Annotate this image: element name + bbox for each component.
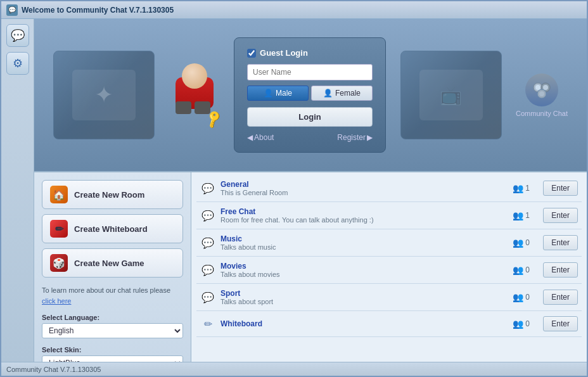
room-description: This is General Room xyxy=(220,189,508,196)
create-game-icon: 🎲 xyxy=(50,254,68,272)
login-panel: ✦ 🔑 Guest Login xyxy=(34,19,587,171)
male-button[interactable]: 👤 Male xyxy=(247,86,309,101)
room-info: Sport Talks about sport xyxy=(220,289,508,305)
room-name: Movies xyxy=(220,262,508,271)
register-link[interactable]: Register ▶ xyxy=(337,133,373,142)
guest-login-row: Guest Login xyxy=(247,48,373,58)
main-area: 💬 ⚙ ✦ 🔑 xyxy=(1,19,587,362)
room-name: General xyxy=(220,180,508,189)
left-panel: 🏠 Create New Room ✏ Create Whiteboard 🎲 … xyxy=(34,172,191,362)
avatar-pants-left xyxy=(176,101,191,114)
room-info: Movies Talks about movies xyxy=(220,262,508,278)
room-name: Sport xyxy=(220,289,508,298)
user-count: 1 xyxy=(525,184,530,193)
room-users: 👥 0 xyxy=(513,319,538,329)
room-item: ✏ Whiteboard 👥 0 Enter xyxy=(196,311,582,337)
rules-link[interactable]: click here xyxy=(42,297,71,305)
room-users: 👥 0 xyxy=(513,265,538,275)
about-link[interactable]: ◀ About xyxy=(247,133,274,142)
room-info: Free Chat Room for free chat. You can ta… xyxy=(220,207,508,224)
enter-button[interactable]: Enter xyxy=(543,290,578,305)
female-icon: 👤 xyxy=(323,89,333,98)
chat-icon: 💬 xyxy=(11,29,25,42)
login-button[interactable]: Login xyxy=(247,107,373,127)
users-icon: 👥 xyxy=(513,183,523,193)
enter-button[interactable]: Enter xyxy=(543,262,578,278)
room-description: Talks about movies xyxy=(220,271,508,278)
community-label: Community Chat xyxy=(516,110,568,117)
room-name: Free Chat xyxy=(220,207,508,216)
room-name: Whiteboard xyxy=(220,319,508,328)
left-bg-panel: ✦ xyxy=(53,51,155,139)
status-bar: Community Chat V.7.1.130305 xyxy=(1,362,587,376)
content-area: ✦ 🔑 Guest Login xyxy=(34,19,587,362)
room-icon: 💬 xyxy=(200,208,215,223)
user-count: 0 xyxy=(525,265,530,274)
room-users: 👥 1 xyxy=(513,183,538,193)
logo-icon xyxy=(525,73,558,106)
room-list: 💬 General This is General Room 👥 1 Enter… xyxy=(191,172,587,362)
avatar: 🔑 xyxy=(169,63,220,127)
user-count: 0 xyxy=(525,238,530,247)
room-users: 👥 1 xyxy=(513,210,538,220)
svg-point-4 xyxy=(543,85,548,90)
language-label: Select Language: xyxy=(42,314,183,321)
svg-point-5 xyxy=(539,91,544,96)
users-icon: 👥 xyxy=(513,238,523,248)
users-icon: 👥 xyxy=(513,292,523,302)
app-icon: 💬 xyxy=(6,4,18,16)
bottom-area: 🏠 Create New Room ✏ Create Whiteboard 🎲 … xyxy=(34,171,587,362)
skin-dropdown[interactable]: LightBlue Dark Classic xyxy=(42,355,183,362)
room-item: 💬 General This is General Room 👥 1 Enter xyxy=(196,175,582,202)
login-nav: ◀ About Register ▶ xyxy=(247,133,373,142)
guest-checkbox[interactable] xyxy=(247,49,256,58)
avatar-pants-right xyxy=(195,101,210,114)
status-text: Community Chat V.7.1.130305 xyxy=(6,366,101,373)
svg-point-3 xyxy=(535,85,540,90)
gender-row: 👤 Male 👤 Female xyxy=(247,86,373,101)
enter-button[interactable]: Enter xyxy=(543,316,578,331)
room-item: 💬 Music Talks about music 👥 0 Enter xyxy=(196,229,582,257)
room-icon: 💬 xyxy=(200,181,215,196)
username-input[interactable] xyxy=(247,64,373,80)
community-icon-svg xyxy=(530,79,553,101)
community-logo: Community Chat xyxy=(516,73,568,117)
room-icon: ✏ xyxy=(200,316,215,331)
user-count: 0 xyxy=(525,319,530,328)
user-count: 1 xyxy=(525,211,530,220)
title-text: Welcome to Community Chat V.7.1.130305 xyxy=(22,6,174,15)
create-whiteboard-icon: ✏ xyxy=(50,220,68,238)
language-dropdown[interactable]: English Spanish French German xyxy=(42,323,183,338)
room-item: 💬 Free Chat Room for free chat. You can … xyxy=(196,202,582,229)
chat-sidebar-button[interactable]: 💬 xyxy=(6,24,29,47)
title-bar: 💬 Welcome to Community Chat V.7.1.130305 xyxy=(1,1,587,19)
enter-button[interactable]: Enter xyxy=(543,235,578,250)
room-users: 👥 0 xyxy=(513,238,538,248)
room-info: General This is General Room xyxy=(220,180,508,196)
users-icon: 👥 xyxy=(513,210,523,220)
create-room-button[interactable]: 🏠 Create New Room xyxy=(42,180,183,209)
users-icon: 👥 xyxy=(513,265,523,275)
enter-button[interactable]: Enter xyxy=(543,181,578,196)
room-description: Talks about sport xyxy=(220,298,508,305)
icon-sidebar: 💬 ⚙ xyxy=(1,19,34,362)
room-icon: 💬 xyxy=(200,262,215,278)
chevron-right-icon: ▶ xyxy=(367,133,373,142)
room-description: Room for free chat. You can talk about a… xyxy=(220,216,508,224)
room-users: 👥 0 xyxy=(513,292,538,302)
skin-label: Select Skin: xyxy=(42,346,183,354)
login-form: Guest Login 👤 Male 👤 Female Login xyxy=(234,37,386,153)
female-button[interactable]: 👤 Female xyxy=(311,86,373,101)
avatar-head xyxy=(182,63,207,89)
create-game-button[interactable]: 🎲 Create New Game xyxy=(42,248,183,278)
create-whiteboard-button[interactable]: ✏ Create Whiteboard xyxy=(42,214,183,243)
user-count: 0 xyxy=(525,293,530,302)
room-icon: 💬 xyxy=(200,235,215,250)
users-icon: 👥 xyxy=(513,319,523,329)
male-icon: 👤 xyxy=(264,89,273,98)
enter-button[interactable]: Enter xyxy=(543,208,578,223)
room-info: Music Talks about music xyxy=(220,234,508,251)
gear-icon: ⚙ xyxy=(13,56,23,70)
skin-select-group: Select Skin: LightBlue Dark Classic xyxy=(42,346,183,362)
settings-sidebar-button[interactable]: ⚙ xyxy=(6,52,29,75)
